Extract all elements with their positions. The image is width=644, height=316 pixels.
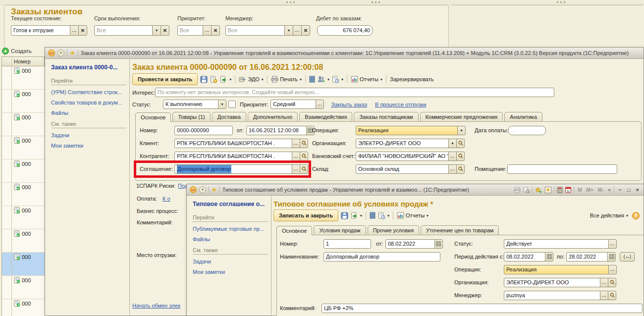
ellipsis-button[interactable]: ... xyxy=(293,25,302,36)
save-and-close-button[interactable]: Записать и закрыть xyxy=(273,210,338,221)
table-row[interactable]: 000 xyxy=(1,159,45,183)
nav-link-notes[interactable]: Мои заметки xyxy=(51,143,126,149)
edo-menu[interactable]: ЭДО▾ xyxy=(239,76,264,83)
window-menu-icon[interactable]: ▾ xyxy=(199,186,206,193)
nav-link-product-props[interactable]: Свойства товаров в докум... xyxy=(51,100,126,105)
period-to-field[interactable]: 28.02.2022 xyxy=(566,252,616,262)
clear-button[interactable]: ✕ xyxy=(211,25,220,36)
table-row[interactable]: 000 xyxy=(1,90,45,113)
warehouse-field[interactable]: Основной склад ... xyxy=(356,164,465,174)
titlebar-dropdown-icon[interactable]: ▾ xyxy=(607,187,611,193)
table-header[interactable]: Номер xyxy=(1,56,45,66)
tab-goods[interactable]: Товары (1) xyxy=(172,112,210,121)
tab-main[interactable]: Основное xyxy=(135,112,171,122)
filter-due-input[interactable]: Все xyxy=(94,25,153,36)
org-select[interactable]: ЭЛЕКТРО-ДИРЕКТ ООО ▾ xyxy=(356,139,465,148)
window-menu-icon[interactable]: ▾ xyxy=(57,50,64,56)
operation-select[interactable]: Реализация ▾ xyxy=(356,126,466,135)
calendar-icon[interactable]: 31 xyxy=(565,187,571,193)
favorite-star-icon[interactable]: ★ xyxy=(70,50,75,56)
maximize-button[interactable]: □ xyxy=(626,187,632,193)
splitter-dots[interactable] xyxy=(557,1,565,3)
tab-other-terms[interactable]: Прочие условия xyxy=(368,225,419,235)
filter-manager-input[interactable]: Все xyxy=(225,25,285,36)
favorites-list-icon[interactable] xyxy=(545,187,551,193)
table-row[interactable]: 000 xyxy=(1,66,45,90)
print-menu[interactable]: Печать▾ xyxy=(271,76,302,83)
structure-icon[interactable] xyxy=(309,76,315,83)
filter-state-input[interactable]: Готов к отгрузке xyxy=(11,25,70,36)
status-select[interactable]: К выполнению ▾ xyxy=(163,100,226,109)
org-field[interactable]: ЭЛЕКТРО-ДИРЕКТ ООО ... xyxy=(504,278,616,287)
payment-link[interactable]: К о xyxy=(162,196,170,202)
document-clock-dropdown[interactable]: ▾ xyxy=(378,212,389,219)
dropdown-button[interactable]: ▾ xyxy=(152,25,161,36)
interest-input[interactable]: По клиенту нет активных интересов. Созда… xyxy=(155,88,554,97)
order-dialog-titlebar[interactable]: 1С ▾ ★ Заказ клиента 0000-000090 от 16.0… xyxy=(45,48,644,59)
table-row[interactable]: 000 xyxy=(1,136,45,159)
create-button[interactable]: + Создать xyxy=(2,48,32,54)
number-field[interactable]: 1 xyxy=(323,239,371,249)
structure-icon[interactable] xyxy=(370,212,376,219)
manager-field[interactable]: puzinya ... xyxy=(504,291,616,300)
nav-link-files[interactable]: Файлы xyxy=(51,110,126,116)
name-field[interactable]: Долларовый договор xyxy=(323,252,440,262)
reports-menu[interactable]: Отчеты▾ xyxy=(397,212,429,219)
table-row[interactable]: 000 xyxy=(1,276,45,299)
ellipsis-button[interactable]: ... xyxy=(70,25,79,36)
nav-link-files[interactable]: Файлы xyxy=(193,236,268,242)
table-row[interactable]: 000 xyxy=(1,253,45,276)
favorite-star-icon[interactable]: ★ xyxy=(212,187,217,193)
help-icon[interactable]: ? xyxy=(632,212,640,219)
clear-button[interactable]: ✕ xyxy=(161,25,169,36)
contacts-dropdown[interactable]: ▾ xyxy=(318,76,329,83)
room-field[interactable] xyxy=(507,164,617,174)
nav-link-notes[interactable]: Мои заметки xyxy=(193,269,268,275)
nav-link-published-offers[interactable]: Публикуемые торговые пр... xyxy=(193,226,268,232)
paydate-field[interactable]: . . xyxy=(508,126,546,135)
print-preview-icon[interactable] xyxy=(523,187,530,193)
close-button[interactable]: × xyxy=(635,187,641,193)
all-actions-menu[interactable]: Все действия▾ xyxy=(590,212,628,218)
close-order-link[interactable]: Закрыть заказ xyxy=(331,102,367,107)
tab-sale-terms[interactable]: Условия продаж xyxy=(314,225,366,235)
save-icon[interactable] xyxy=(341,212,348,219)
nav-link-urm[interactable]: (УРМ) Соответствие строк... xyxy=(51,89,126,95)
reports-menu[interactable]: Отчеты▾ xyxy=(351,76,382,83)
date-field[interactable]: 08.02.2022 xyxy=(385,239,443,249)
tab-commercial-offers[interactable]: Коммерческие предложения xyxy=(420,112,503,121)
table-row[interactable]: 000 xyxy=(1,299,45,316)
print-icon[interactable] xyxy=(514,187,521,193)
tab-delivery[interactable]: Доставка xyxy=(212,112,246,121)
clear-button[interactable]: ✕ xyxy=(78,25,87,36)
priority-field[interactable]: Средний ... xyxy=(270,100,324,109)
nav-link-tasks[interactable]: Задачи xyxy=(193,259,268,264)
minimize-button[interactable]: − xyxy=(617,187,623,193)
contractor-field[interactable]: РПК РЕСПУБЛИКИ БАШКОРТОСТАН . ... xyxy=(174,152,308,161)
tab-interactions[interactable]: Взаимодействия xyxy=(299,112,352,121)
period-from-field[interactable]: 08.02.2022 xyxy=(504,252,553,262)
table-row[interactable]: 000 xyxy=(1,183,45,206)
status-field[interactable]: Действует ... xyxy=(504,239,617,249)
filter-priority-input[interactable]: Все xyxy=(177,25,203,36)
client-field[interactable]: РПК РЕСПУБЛИКИ БАШКОРТОСТАН . ... xyxy=(174,139,308,148)
period-range-button[interactable]: (↔) xyxy=(620,252,635,262)
reserve-button[interactable]: Зарезервировать xyxy=(390,76,434,82)
memory-m-minus-button[interactable]: M- xyxy=(597,187,605,193)
post-and-close-button[interactable]: Провести и закрыть xyxy=(132,73,198,85)
tab-price-refine[interactable]: Уточнение цен по товарам xyxy=(421,225,499,235)
status-checkbox[interactable] xyxy=(228,101,236,108)
splitter-dots[interactable] xyxy=(286,1,295,3)
operation-field[interactable]: Реализация ... xyxy=(504,265,617,274)
clear-button[interactable]: ✕ xyxy=(301,25,310,36)
add-favorite-icon[interactable] xyxy=(535,187,542,193)
tab-supplier-orders[interactable]: Заказы поставщикам xyxy=(354,112,418,121)
number-field[interactable]: 0000-000090 xyxy=(174,126,233,135)
tab-main[interactable]: Основное xyxy=(276,226,312,235)
nav-link-tasks[interactable]: Задачи xyxy=(51,132,126,138)
tab-analytics[interactable]: Аналитика xyxy=(504,112,542,121)
post-document-icon[interactable] xyxy=(210,76,217,83)
memory-m-button[interactable]: M xyxy=(577,187,583,193)
bank-field[interactable]: ФИЛИАЛ "НОВОСИБИРСКИЙ" АО "АЛ ... xyxy=(356,152,465,161)
shipping-status-link[interactable]: В процессе отгрузки xyxy=(375,102,426,107)
